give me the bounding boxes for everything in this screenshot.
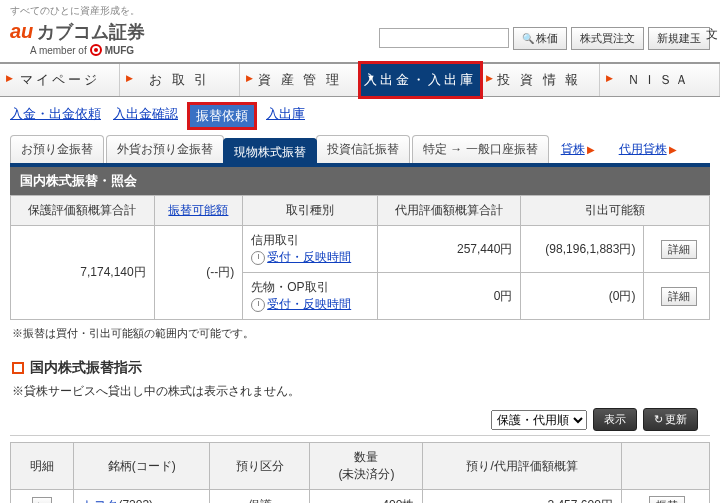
search-area: 株価 株式買注文 新規建玉 <box>379 27 710 50</box>
tab-trade[interactable]: お 取 引 <box>120 64 240 96</box>
tab-sub-lending[interactable]: 代用貸株▶ <box>609 136 689 163</box>
cell-sakimono: 先物・OP取引 受付・反映時間 <box>243 273 377 320</box>
subnav-deposit-request[interactable]: 入金・出金依頼 <box>10 105 101 127</box>
section-title-1: 国内株式振替・照会 <box>10 167 710 195</box>
instructions-table: 明細 銘柄(コード) 預り区分 数量(未決済分) 預り/代用評価額概算 ▶ トヨ… <box>10 442 710 503</box>
detail-button-2[interactable]: 詳細 <box>661 287 697 306</box>
cell-azukari: 保護 <box>209 490 310 504</box>
th2-azukari: 預り区分 <box>209 443 310 490</box>
th2-detail: 明細 <box>11 443 74 490</box>
th-type: 取引種別 <box>243 196 377 226</box>
tab-cash[interactable]: お預り金振替 <box>10 135 104 163</box>
expand-button[interactable]: ▶ <box>32 497 52 504</box>
stock-link[interactable]: トヨタ <box>82 498 118 503</box>
th-hikidashi: 引出可能額 <box>521 196 710 226</box>
chevron-right-icon: ▶ <box>667 144 679 155</box>
tagline: すべてのひとに資産形成を。 <box>0 0 720 18</box>
controls: 保護・代用順 表示 更新 <box>10 404 710 436</box>
logo: au カブコム証券 A member of MUFG <box>10 20 145 56</box>
cell-daiyou-val: 257,440円 <box>377 226 521 273</box>
th-kanou: 振替可能額 <box>154 196 243 226</box>
mufg-icon <box>90 44 102 56</box>
inner-tabs: お預り金振替 外貨お預り金振替 現物株式振替 投資信託振替 特定 → 一般口座振… <box>0 135 720 163</box>
tab-spot-stock[interactable]: 現物株式振替 <box>223 138 317 166</box>
cell-qty: 400株 <box>310 490 423 504</box>
detail-button-1[interactable]: 詳細 <box>661 240 697 259</box>
th-hogo: 保護評価額概算合計 <box>11 196 155 226</box>
sub-nav: 入金・出金依頼 入出金確認 振替依頼 入出庫 <box>0 97 720 135</box>
tab-nisa[interactable]: ＮＩＳＡ <box>600 64 720 96</box>
cell-hikidashi-1: (98,196,1,883円) <box>521 226 644 273</box>
tab-deposit[interactable]: 入出金・入出庫 <box>358 61 483 99</box>
link-time-1[interactable]: 受付・反映時間 <box>267 250 351 264</box>
cell-stock: トヨタ(7203) <box>74 490 210 504</box>
cell-hogo-total: 7,174,140円 <box>11 226 155 320</box>
summary-table: 保護評価額概算合計 振替可能額 取引種別 代用評価額概算合計 引出可能額 7,1… <box>10 195 710 320</box>
table-row: ▶ トヨタ(7203) 保護 400株 2,457,600円 振替 <box>11 490 710 504</box>
buy-order-button[interactable]: 株式買注文 <box>571 27 644 50</box>
logo-brand: カブコム証券 <box>37 20 145 44</box>
subnav-inout[interactable]: 入出庫 <box>266 105 305 127</box>
th2-stock: 銘柄(コード) <box>74 443 210 490</box>
tab-fx-cash[interactable]: 外貨お預り金振替 <box>106 135 224 163</box>
note-1: ※振替は買付・引出可能額の範囲内で可能です。 <box>0 320 720 347</box>
section-title-2: 国内株式振替指示 <box>0 347 720 379</box>
clock-icon <box>251 298 265 312</box>
cell-shinyou: 信用取引 受付・反映時間 <box>243 226 377 273</box>
trail-char: 文 <box>706 26 718 43</box>
search-input[interactable] <box>379 28 509 48</box>
clock-icon <box>251 251 265 265</box>
square-icon <box>12 362 24 374</box>
tab-assets[interactable]: 資 産 管 理 <box>240 64 360 96</box>
cell-val: 2,457,600円 <box>423 490 621 504</box>
transfer-button[interactable]: 振替 <box>649 496 685 503</box>
show-button[interactable]: 表示 <box>593 408 637 431</box>
th2-qty: 数量(未決済分) <box>310 443 423 490</box>
sort-select[interactable]: 保護・代用順 <box>491 410 587 430</box>
cell-sakimono-val: 0円 <box>377 273 521 320</box>
th-daiyou: 代用評価額概算合計 <box>377 196 521 226</box>
note-2: ※貸株サービスへ貸出し中の株式は表示されません。 <box>0 379 720 404</box>
price-button[interactable]: 株価 <box>513 27 567 50</box>
refresh-button[interactable]: 更新 <box>643 408 698 431</box>
subnav-confirm[interactable]: 入出金確認 <box>113 105 178 127</box>
tab-info[interactable]: 投 資 情 報 <box>480 64 600 96</box>
cell-kanou: (--円) <box>154 226 243 320</box>
tab-specific[interactable]: 特定 → 一般口座振替 <box>412 135 549 163</box>
logo-member: A member of MUFG <box>10 44 145 56</box>
tab-mypage[interactable]: マイページ <box>0 64 120 96</box>
tab-lending[interactable]: 貸株▶ <box>551 136 607 163</box>
new-position-button[interactable]: 新規建玉 <box>648 27 710 50</box>
main-nav: マイページ お 取 引 資 産 管 理 入出金・入出庫 投 資 情 報 ＮＩＳＡ <box>0 64 720 97</box>
logo-au: au <box>10 20 33 43</box>
cell-hikidashi-2: (0円) <box>521 273 644 320</box>
header: au カブコム証券 A member of MUFG 株価 株式買注文 新規建玉… <box>0 18 720 64</box>
tab-fund[interactable]: 投資信託振替 <box>316 135 410 163</box>
th2-val: 預り/代用評価額概算 <box>423 443 621 490</box>
link-time-2[interactable]: 受付・反映時間 <box>267 297 351 311</box>
chevron-right-icon: ▶ <box>585 144 597 155</box>
subnav-transfer[interactable]: 振替依頼 <box>187 102 257 130</box>
